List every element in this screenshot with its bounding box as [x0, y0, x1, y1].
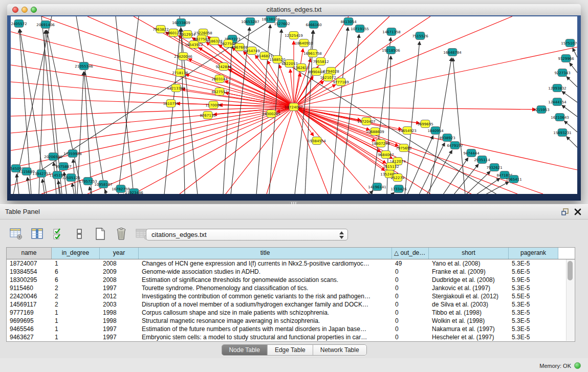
table-row[interactable]: 2242004622012Investigating the contribut… — [7, 292, 575, 300]
table-cell[interactable]: Wolkin et al. (1998) — [429, 317, 509, 325]
table-row[interactable]: 969969511998Structural magnetic resonanc… — [7, 317, 575, 325]
table-cell[interactable]: 1 — [52, 317, 100, 325]
table-row[interactable]: 1872400712008Changes of HCN gene express… — [7, 259, 575, 268]
select-all-check-icon[interactable] — [51, 227, 66, 241]
tab-network-table[interactable]: Network Table — [313, 345, 366, 355]
table-cell[interactable]: 1997 — [100, 333, 139, 341]
table-cell[interactable]: Changes of HCN gene expression and I(f) … — [139, 259, 392, 268]
table-cell[interactable]: 9115460 — [7, 284, 52, 292]
table-cell[interactable]: 0 — [392, 300, 429, 309]
table-cell[interactable]: 1997 — [100, 325, 139, 333]
tab-node-table[interactable]: Node Table — [222, 345, 268, 355]
table-cell[interactable]: 5.3E-5 — [509, 317, 558, 325]
table-cell[interactable]: 9465546 — [7, 325, 52, 333]
table-cell[interactable]: 5.3E-5 — [509, 333, 558, 341]
table-cell[interactable]: 2 — [52, 292, 100, 300]
table-cell[interactable]: 14569117 — [7, 300, 52, 309]
table-cell[interactable]: 0 — [392, 325, 429, 333]
table-cell[interactable]: Franke et al. (2009) — [429, 268, 509, 276]
table-cell[interactable]: 6 — [52, 276, 100, 284]
table-row[interactable]: 1830029562008Estimation of significance … — [7, 276, 575, 284]
table-cell[interactable]: 2009 — [100, 268, 139, 276]
table-scrollbar-thumb[interactable] — [568, 261, 573, 280]
table-cell[interactable]: 2008 — [100, 259, 139, 268]
table-row[interactable]: 911546021997Tourette syndrome. Phenomeno… — [7, 284, 575, 292]
table-cell[interactable]: 5.9E-5 — [509, 276, 558, 284]
table-settings-icon[interactable] — [9, 227, 24, 241]
table-cell[interactable]: 2008 — [100, 276, 139, 284]
table-cell[interactable]: 9463627 — [7, 333, 52, 341]
table-scrollbar[interactable] — [566, 259, 574, 341]
table-row[interactable]: 1938455462009Genome-wide association stu… — [7, 268, 575, 276]
new-table-icon[interactable] — [93, 227, 107, 241]
table-selector-dropdown[interactable]: citations_edges.txt — [146, 229, 348, 240]
table-row[interactable]: 1456911722003Disruption of a novel membe… — [7, 300, 575, 309]
table-cell[interactable]: Genome-wide association studies in ADHD. — [139, 268, 392, 276]
table-cell[interactable]: Tibbo et al. (1998) — [429, 309, 509, 317]
table-cell[interactable]: Stergiakouli et al. (2012) — [429, 292, 509, 300]
table-cell[interactable]: 1 — [52, 333, 100, 341]
table-cell[interactable]: 0 — [392, 333, 429, 341]
table-cell[interactable]: 19384554 — [7, 268, 52, 276]
table-cell[interactable]: 18724007 — [7, 259, 52, 268]
table-cell[interactable]: 9777169 — [7, 309, 52, 317]
table-cell[interactable]: Disruption of a novel member of a sodium… — [139, 300, 392, 309]
float-panel-icon[interactable] — [561, 208, 570, 216]
table-row[interactable]: 946362711997Embryonic stem cells: a mode… — [7, 333, 575, 341]
table-cell[interactable]: 5.6E-5 — [509, 268, 558, 276]
column-header-title[interactable]: title — [139, 248, 392, 259]
table-row[interactable]: 977716911998Corpus callosum shape and si… — [7, 309, 575, 317]
table-cell[interactable]: 0 — [392, 317, 429, 325]
table-cell[interactable]: 1998 — [100, 309, 139, 317]
close-panel-icon[interactable] — [574, 208, 582, 216]
table-cell[interactable]: 0 — [392, 276, 429, 284]
table-cell[interactable]: 2 — [52, 284, 100, 292]
table-cell[interactable]: 1 — [52, 259, 100, 268]
table-cell[interactable]: Jankovic et al. (1997) — [429, 284, 509, 292]
table-cell[interactable]: 2012 — [100, 292, 139, 300]
table-cell[interactable]: 5.3E-5 — [509, 259, 558, 268]
table-cell[interactable]: Yano et al. (2008) — [429, 259, 509, 268]
table-cell[interactable]: 2 — [52, 300, 100, 309]
column-header-in_degree[interactable]: in_degree — [52, 248, 100, 259]
row-height-icon[interactable] — [72, 227, 86, 241]
column-header-out_de[interactable]: △ out_de… — [392, 248, 429, 259]
table-cell[interactable]: 0 — [392, 268, 429, 276]
tab-edge-table[interactable]: Edge Table — [268, 345, 313, 355]
table-cell[interactable]: 6 — [52, 268, 100, 276]
table-cell[interactable]: Hescheler et al. (1997) — [429, 333, 509, 341]
table-cell[interactable]: Estimation of significance thresholds fo… — [139, 276, 392, 284]
table-cell[interactable]: 5.3E-5 — [509, 325, 558, 333]
table-cell[interactable]: de Silva et al. (2003) — [429, 300, 509, 309]
table-cell[interactable]: 2003 — [100, 300, 139, 309]
column-header-pagerank[interactable]: pagerank — [509, 248, 558, 259]
table-cell[interactable]: Investigating the contribution of common… — [139, 292, 392, 300]
table-cell[interactable]: Corpus callosum shape and size in male p… — [139, 309, 392, 317]
table-cell[interactable]: 5.5E-5 — [509, 292, 558, 300]
table-cell[interactable]: 0 — [392, 309, 429, 317]
column-header-name[interactable]: name — [7, 248, 52, 259]
table-cell[interactable]: 0 — [392, 284, 429, 292]
network-graph-canvas[interactable]: 2405572206914061603380918138104106532871… — [11, 16, 577, 194]
column-header-year[interactable]: year — [100, 248, 139, 259]
column-header-short[interactable]: short — [429, 248, 509, 259]
table-cell[interactable]: Structural magnetic resonance image aver… — [139, 317, 392, 325]
table-cell[interactable]: 1997 — [100, 284, 139, 292]
table-cell[interactable]: Embryonic stem cells: a model to study s… — [139, 333, 392, 341]
table-cell[interactable]: 22420046 — [7, 292, 52, 300]
table-cell[interactable]: Nakamura et al. (1997) — [429, 325, 509, 333]
table-cell[interactable]: 0 — [392, 292, 429, 300]
table-cell[interactable]: 5.3E-5 — [509, 284, 558, 292]
select-columns-icon[interactable] — [30, 227, 45, 241]
table-cell[interactable]: 1 — [52, 309, 100, 317]
table-cell[interactable]: 5.3E-5 — [509, 309, 558, 317]
table-cell[interactable]: 9699695 — [7, 317, 52, 325]
table-cell[interactable]: 49 — [392, 259, 429, 268]
window-titlebar[interactable]: citations_edges.txt — [7, 4, 581, 16]
table-cell[interactable]: 1998 — [100, 317, 139, 325]
table-cell[interactable]: Tourette syndrome. Phenomenology and cla… — [139, 284, 392, 292]
table-cell[interactable]: Dudbridge et al. (2008) — [429, 276, 509, 284]
table-cell[interactable]: 18300295 — [7, 276, 52, 284]
delete-table-icon[interactable] — [114, 227, 128, 241]
table-cell[interactable]: Estimation of the future numbers of pati… — [139, 325, 392, 333]
